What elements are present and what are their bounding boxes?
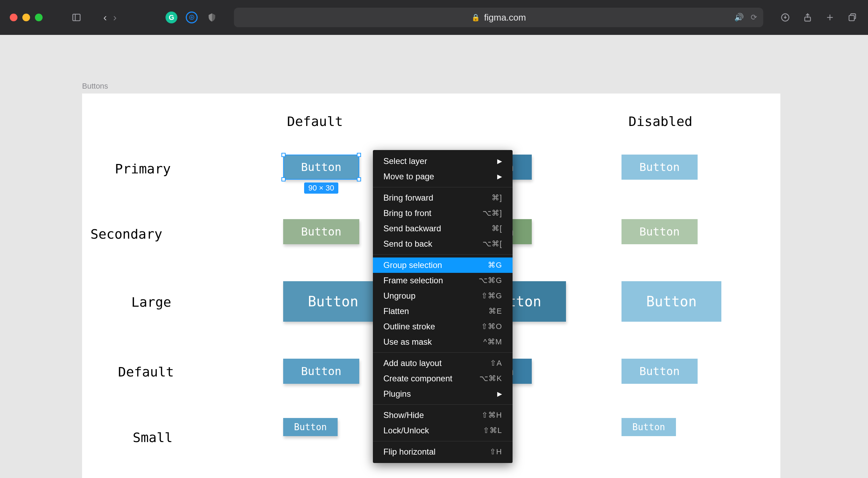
downloads-icon[interactable] (779, 12, 791, 23)
back-button[interactable]: ‹ (103, 12, 107, 23)
frame-label[interactable]: Buttons (82, 82, 108, 91)
share-icon[interactable] (802, 12, 814, 23)
menu-add-auto-layout[interactable]: Add auto layout ⇧A (373, 356, 513, 371)
chevron-right-icon: ▶ (497, 157, 502, 165)
svg-rect-6 (849, 15, 854, 21)
forward-button[interactable]: › (113, 12, 117, 23)
selection-indicator: 90 × 30 (283, 155, 359, 180)
menu-shortcut: ^⌘M (483, 337, 502, 346)
button-large-disabled[interactable]: Button (621, 281, 721, 322)
reload-button[interactable]: ⟳ (751, 13, 757, 22)
menu-flip-horizontal[interactable]: Flip horizontal ⇧H (373, 444, 513, 460)
row-label-large: Large (131, 294, 171, 310)
menu-flatten[interactable]: Flatten ⌘E (373, 304, 513, 319)
menu-divider (373, 441, 513, 441)
menu-label: Use as mask (383, 337, 432, 347)
menu-bring-to-front[interactable]: Bring to front ⌥⌘] (373, 206, 513, 221)
menu-shortcut: ⇧H (490, 447, 502, 456)
window-zoom-button[interactable] (35, 14, 43, 21)
lock-icon: 🔒 (471, 13, 480, 22)
url-text: figma.com (484, 12, 526, 23)
grammarly-extension-icon[interactable]: G (165, 12, 177, 23)
menu-shortcut: ⌘] (492, 193, 502, 202)
onepassword-extension-icon[interactable]: ⦾ (186, 12, 198, 23)
menu-frame-selection[interactable]: Frame selection ⌥⌘G (373, 273, 513, 288)
row-label-primary: Primary (115, 161, 171, 177)
column-header-default: Default (287, 114, 343, 129)
menu-shortcut: ⌘E (488, 307, 502, 316)
button-secondary-disabled[interactable]: Button (621, 219, 698, 244)
menu-label: Outline stroke (383, 322, 435, 331)
menu-label: Send backward (383, 224, 441, 233)
menu-label: Send to back (383, 239, 432, 249)
browser-chrome: ‹ › G ⦾ 🔒 figma.com 🔊 ⟳ (0, 0, 868, 35)
menu-shortcut: ⌥⌘] (483, 209, 502, 218)
menu-plugins[interactable]: Plugins ▶ (373, 386, 513, 402)
menu-label: Group selection (383, 260, 442, 270)
address-bar[interactable]: 🔒 figma.com 🔊 ⟳ (234, 8, 763, 27)
menu-show-hide[interactable]: Show/Hide ⇧⌘H (373, 408, 513, 423)
menu-shortcut: ⌘[ (492, 224, 502, 233)
traffic-lights (10, 14, 43, 21)
menu-lock-unlock[interactable]: Lock/Unlock ⇧⌘L (373, 423, 513, 438)
row-label-small: Small (133, 430, 172, 445)
button-large-default[interactable]: Button (283, 281, 383, 322)
menu-divider (373, 352, 513, 353)
sidebar-toggle-icon[interactable] (71, 12, 82, 23)
menu-label: Move to page (383, 172, 434, 181)
menu-label: Show/Hide (383, 410, 424, 420)
menu-shortcut: ⇧A (490, 359, 502, 368)
button-small-disabled[interactable]: Button (621, 418, 676, 436)
menu-ungroup[interactable]: Ungroup ⇧⌘G (373, 288, 513, 304)
menu-label: Bring forward (383, 193, 433, 203)
button-secondary-default[interactable]: Button (283, 219, 359, 244)
tab-overview-icon[interactable] (846, 12, 858, 23)
menu-label: Bring to front (383, 208, 431, 218)
menu-shortcut: ⇧⌘L (483, 426, 502, 435)
menu-shortcut: ⌥⌘K (479, 374, 502, 383)
new-tab-icon[interactable] (824, 12, 836, 23)
button-default-default[interactable]: Button (283, 359, 359, 384)
menu-label: Flatten (383, 306, 409, 316)
menu-send-backward[interactable]: Send backward ⌘[ (373, 221, 513, 236)
button-primary-disabled[interactable]: Button (621, 155, 698, 180)
menu-outline-stroke[interactable]: Outline stroke ⇧⌘O (373, 319, 513, 334)
menu-move-to-page[interactable]: Move to page ▶ (373, 169, 513, 184)
menu-shortcut: ⌥⌘[ (483, 239, 502, 248)
chevron-right-icon: ▶ (497, 173, 502, 180)
menu-label: Lock/Unlock (383, 426, 429, 435)
chevron-right-icon: ▶ (497, 390, 502, 398)
selection-handle-br[interactable] (357, 177, 361, 181)
menu-label: Flip horizontal (383, 447, 435, 457)
privacy-shield-icon[interactable] (206, 12, 218, 23)
menu-label: Plugins (383, 389, 411, 399)
menu-label: Create component (383, 374, 452, 383)
selection-handle-bl[interactable] (281, 177, 286, 181)
menu-group-selection[interactable]: Group selection ⌘G (373, 257, 513, 273)
window-minimize-button[interactable] (22, 14, 30, 21)
menu-label: Ungroup (383, 291, 415, 301)
menu-bring-forward[interactable]: Bring forward ⌘] (373, 190, 513, 206)
window-close-button[interactable] (10, 14, 17, 21)
menu-create-component[interactable]: Create component ⌥⌘K (373, 371, 513, 386)
menu-use-as-mask[interactable]: Use as mask ^⌘M (373, 334, 513, 350)
menu-label: Add auto layout (383, 358, 442, 368)
selection-handle-tr[interactable] (357, 153, 361, 157)
button-small-default[interactable]: Button (283, 418, 338, 436)
button-default-disabled[interactable]: Button (621, 359, 698, 384)
row-label-secondary: Secondary (90, 226, 162, 242)
audio-indicator-icon[interactable]: 🔊 (734, 13, 744, 22)
menu-divider (373, 404, 513, 405)
menu-label: Frame selection (383, 276, 443, 285)
menu-divider (373, 254, 513, 255)
menu-shortcut: ⇧⌘O (481, 322, 502, 331)
figma-canvas[interactable]: Buttons Default Disabled Primary Seconda… (0, 35, 868, 478)
column-header-disabled: Disabled (628, 114, 692, 129)
menu-select-layer[interactable]: Select layer ▶ (373, 154, 513, 169)
selection-handle-tl[interactable] (281, 153, 286, 157)
menu-shortcut: ⌘G (488, 261, 502, 270)
menu-shortcut: ⇧⌘H (481, 411, 502, 420)
menu-divider (373, 187, 513, 187)
context-menu: Select layer ▶ Move to page ▶ Bring forw… (373, 150, 513, 463)
menu-send-to-back[interactable]: Send to back ⌥⌘[ (373, 236, 513, 252)
